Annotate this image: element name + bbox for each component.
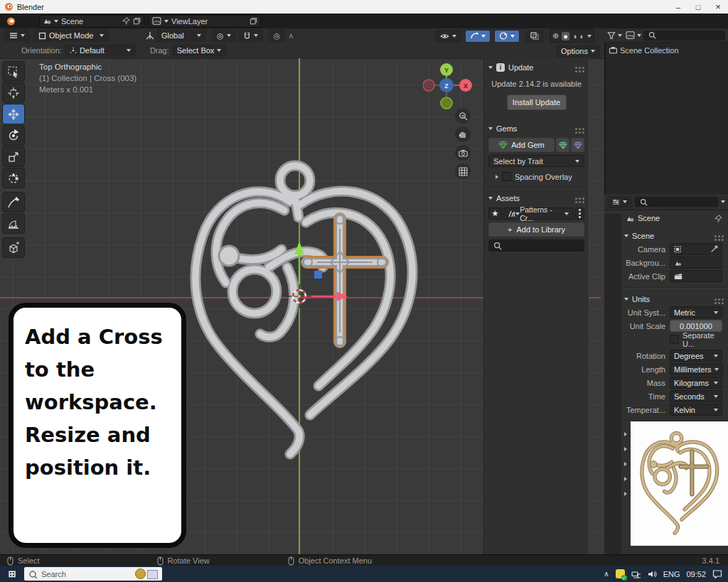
- gems-panel-header[interactable]: Gems: [488, 122, 584, 135]
- favorites-button[interactable]: ★: [488, 208, 502, 220]
- unit-scale-field[interactable]: 0.001000: [670, 320, 722, 332]
- tool-measure[interactable]: [2, 213, 25, 234]
- editor-type-button[interactable]: [4, 29, 30, 42]
- pin-icon[interactable]: [714, 215, 722, 222]
- update-panel-header[interactable]: i Update: [488, 61, 584, 74]
- collapsed-panel-icon[interactable]: [624, 447, 627, 451]
- units-section-header[interactable]: Units: [621, 293, 728, 306]
- xray-toggle[interactable]: [525, 30, 544, 43]
- length-dropdown[interactable]: Millimeters: [670, 363, 723, 375]
- collapsed-panel-icon[interactable]: [624, 462, 627, 466]
- assets-panel-header[interactable]: Assets: [488, 192, 584, 205]
- gizmos-toggle[interactable]: [465, 30, 491, 43]
- gizmo-y-arrow[interactable]: [294, 242, 304, 254]
- gem-cut-button[interactable]: [556, 138, 569, 152]
- mass-dropdown[interactable]: Kilograms: [670, 377, 722, 389]
- notification-icon[interactable]: [712, 569, 722, 578]
- new-viewlayer-icon[interactable]: [250, 17, 257, 25]
- collapsed-panel-icon[interactable]: [624, 477, 627, 481]
- properties-search-input[interactable]: [635, 197, 718, 207]
- outliner-search-input[interactable]: [643, 31, 725, 41]
- scene-section-header[interactable]: Scene: [621, 230, 728, 242]
- close-button[interactable]: ×: [708, 1, 728, 12]
- start-button[interactable]: ⊞: [0, 566, 24, 582]
- transform-gizmo[interactable]: [183, 155, 425, 468]
- language-indicator[interactable]: ENG: [663, 570, 680, 578]
- add-gem-button[interactable]: Add Gem: [488, 138, 555, 152]
- axis-neg-x-ball[interactable]: [423, 80, 434, 91]
- ortho-toggle-button[interactable]: [455, 163, 471, 179]
- filter-icon[interactable]: [607, 31, 616, 40]
- camera-field[interactable]: [670, 243, 722, 255]
- background-field[interactable]: [670, 257, 722, 269]
- viewlayer-selector[interactable]: ViewLayer: [149, 15, 261, 28]
- blender-menu-logo-icon[interactable]: [6, 17, 16, 26]
- tool-annotate[interactable]: [2, 192, 25, 212]
- tool-move[interactable]: [2, 104, 25, 124]
- speaker-icon[interactable]: [648, 570, 657, 578]
- axis-neg-y-ball[interactable]: [441, 97, 452, 109]
- shading-wireframe-button[interactable]: ⊕: [552, 31, 559, 41]
- orientation-setting-dropdown[interactable]: Default: [65, 44, 136, 57]
- tool-add-cube[interactable]: [2, 237, 25, 258]
- falloff-icon[interactable]: ∧: [288, 31, 294, 41]
- tool-transform[interactable]: [2, 168, 25, 188]
- network-icon[interactable]: [631, 570, 641, 578]
- collapsed-panel-icon[interactable]: [624, 492, 627, 496]
- asset-menu-button[interactable]: [575, 208, 584, 220]
- shading-rendered-button[interactable]: ◐: [580, 32, 585, 41]
- visibility-dropdown[interactable]: [435, 30, 461, 43]
- time-dropdown[interactable]: Seconds: [670, 390, 722, 402]
- asset-library-dropdown[interactable]: Patterns - Cr...: [503, 208, 574, 220]
- asset-search-input[interactable]: [488, 239, 584, 252]
- gizmo-plane-handle[interactable]: [314, 271, 322, 279]
- gizmo-x-arrow[interactable]: [337, 292, 348, 301]
- pin-icon[interactable]: [122, 17, 130, 25]
- camera-view-button[interactable]: [455, 145, 471, 161]
- tool-select-box[interactable]: [2, 61, 25, 82]
- spacing-overlay-expand-icon[interactable]: [496, 175, 498, 179]
- tool-rotate[interactable]: [2, 125, 25, 146]
- new-scene-icon[interactable]: [133, 17, 141, 25]
- outliner-root-row[interactable]: Scene Collection: [604, 44, 728, 56]
- options-button[interactable]: Options: [556, 45, 600, 58]
- display-mode-icon[interactable]: [626, 31, 635, 39]
- rotation-dropdown[interactable]: Degrees: [670, 350, 722, 362]
- temperature-dropdown[interactable]: Kelvin: [670, 404, 722, 416]
- clock[interactable]: 09:52: [686, 570, 706, 578]
- collapsed-panel-icon[interactable]: [624, 432, 627, 436]
- pan-button[interactable]: [455, 126, 471, 142]
- eyedropper-icon[interactable]: [710, 245, 718, 253]
- shading-solid-button[interactable]: ●: [562, 32, 569, 41]
- gem-stone-button[interactable]: [571, 138, 584, 152]
- properties-filter-icon[interactable]: [721, 200, 725, 203]
- tray-expand-icon[interactable]: ∧: [604, 570, 609, 578]
- proportional-edit-button[interactable]: ◎: [269, 29, 286, 42]
- drag-dropdown[interactable]: Select Box: [172, 44, 227, 57]
- maximize-button[interactable]: □: [688, 3, 708, 11]
- properties-editor-type-button[interactable]: [607, 196, 632, 208]
- scene-selector[interactable]: Scene: [39, 15, 144, 28]
- add-to-library-button[interactable]: + Add to Library: [488, 222, 584, 237]
- taskbar-search[interactable]: Search: [24, 567, 162, 581]
- unit-system-dropdown[interactable]: Metric: [670, 306, 722, 318]
- zoom-button[interactable]: [455, 108, 471, 124]
- tool-scale[interactable]: [2, 146, 25, 167]
- panel-drag-dots[interactable]: [582, 67, 584, 69]
- antivirus-tray-icon[interactable]: ✓: [616, 569, 625, 578]
- mode-dropdown[interactable]: Object Mode: [33, 29, 109, 42]
- transform-orientation-dropdown[interactable]: Global: [156, 29, 206, 42]
- tool-cursor[interactable]: [2, 82, 25, 103]
- orientation-icon[interactable]: [146, 31, 154, 40]
- minimize-button[interactable]: –: [668, 3, 688, 11]
- shading-dropdown-icon[interactable]: [587, 35, 592, 38]
- select-by-trait-dropdown[interactable]: Select by Trait: [488, 155, 584, 167]
- overlays-toggle[interactable]: [494, 30, 520, 43]
- snap-target-button[interactable]: ◎: [212, 29, 236, 42]
- separate-units-checkbox[interactable]: [670, 335, 679, 344]
- shading-material-button[interactable]: ◑: [572, 32, 577, 41]
- display-dropdown-icon[interactable]: [637, 34, 641, 37]
- filter-dropdown-icon[interactable]: [618, 34, 622, 37]
- active-clip-field[interactable]: [670, 270, 722, 282]
- install-update-button[interactable]: Install Update: [507, 95, 567, 110]
